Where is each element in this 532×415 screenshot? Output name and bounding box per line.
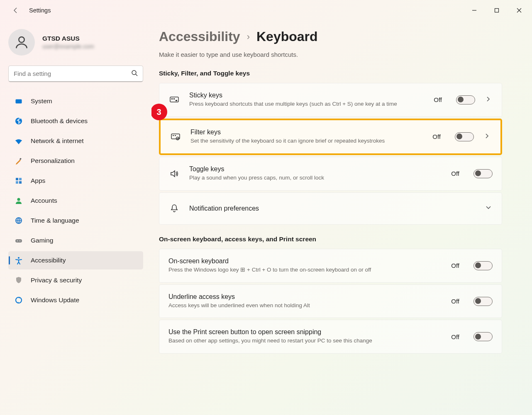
setting-card-notification-preferences[interactable]: Notification preferences [159, 192, 502, 225]
chevron-right-icon[interactable] [483, 133, 491, 141]
section-title: Sticky, Filter, and Toggle keys [159, 70, 502, 77]
sidebar-item-label: Accessibility [31, 257, 66, 264]
sidebar-item-label: Network & internet [31, 137, 84, 145]
main-content: Accessibility › Keyboard Make it easier … [151, 21, 532, 415]
setting-card-on-screen-keyboard[interactable]: On-screen keyboardPress the Windows logo… [159, 249, 502, 283]
sidebar-item-privacy-security[interactable]: Privacy & security [8, 271, 143, 289]
sidebar-item-windows-update[interactable]: Windows Update [8, 291, 143, 309]
setting-card-sticky-keys[interactable]: Sticky keysPress keyboard shortcuts that… [159, 83, 502, 117]
svg-point-17 [17, 240, 18, 241]
titlebar: Settings [0, 0, 532, 21]
profile-email: user@example.com [42, 43, 94, 50]
sidebar-item-label: Windows Update [31, 296, 79, 304]
setting-card-toggle-keys[interactable]: Toggle keysPlay a sound when you press c… [159, 157, 502, 191]
toggle-state-label: Off [451, 333, 459, 340]
svg-point-3 [132, 70, 136, 75]
toggle-switch[interactable] [473, 261, 493, 270]
sidebar-item-label: Privacy & security [31, 277, 82, 284]
sidebar-item-gaming[interactable]: Gaming [8, 231, 143, 250]
sound-icon [168, 169, 180, 179]
toggle-switch[interactable] [456, 95, 475, 104]
page-subtitle: Make it easier to type and use keyboard … [159, 51, 502, 58]
toggle-switch[interactable] [473, 297, 493, 306]
svg-rect-27 [175, 135, 176, 136]
sidebar-item-system[interactable]: System [8, 92, 143, 110]
person-icon [14, 196, 23, 205]
globe-icon [14, 216, 23, 225]
card-title: Sticky keys [189, 92, 425, 99]
sticky-icon [168, 95, 180, 105]
svg-point-20 [16, 297, 22, 303]
toggle-switch[interactable] [473, 332, 493, 341]
maximize-button[interactable] [486, 2, 508, 19]
chevron-right-icon[interactable] [484, 96, 493, 104]
svg-point-13 [17, 198, 20, 201]
toggle-state-label: Off [451, 262, 459, 269]
sidebar-item-apps[interactable]: Apps [8, 172, 143, 190]
chevron-down-icon[interactable] [484, 205, 493, 212]
card-description: Play a sound when you press caps, num, o… [189, 174, 442, 182]
sidebar-item-label: Time & language [31, 217, 79, 224]
callout-badge: 3 [151, 104, 167, 120]
window-title: Settings [29, 7, 51, 14]
breadcrumb-parent[interactable]: Accessibility [159, 29, 240, 44]
card-description: Set the sensitivity of the keyboard so i… [190, 137, 423, 145]
sidebar: GTSD ASUS user@example.com SystemBluetoo… [0, 21, 151, 415]
sidebar-item-network-internet[interactable]: Network & internet [8, 132, 143, 150]
profile-block[interactable]: GTSD ASUS user@example.com [8, 29, 143, 56]
search-icon [131, 70, 138, 78]
close-button[interactable] [508, 2, 530, 19]
shield-icon [14, 276, 23, 285]
svg-rect-16 [15, 239, 22, 243]
profile-name: GTSD ASUS [42, 35, 94, 42]
toggle-state-label: Off [434, 96, 442, 103]
sidebar-item-time-language[interactable]: Time & language [8, 211, 143, 230]
setting-card-underline-access-keys[interactable]: Underline access keysAccess keys will be… [159, 284, 502, 318]
breadcrumb-current: Keyboard [256, 29, 318, 44]
sidebar-item-accessibility[interactable]: Accessibility [8, 251, 143, 269]
accessibility-icon [14, 256, 23, 265]
card-group: On-screen keyboardPress the Windows logo… [159, 249, 502, 354]
setting-card-filter-keys[interactable]: Filter keysSet the sensitivity of the ke… [159, 119, 502, 155]
sidebar-item-label: Accounts [31, 197, 57, 204]
sidebar-item-label: Bluetooth & devices [31, 117, 88, 125]
wifi-icon [14, 136, 23, 146]
svg-rect-10 [19, 178, 22, 180]
sidebar-item-label: Apps [31, 177, 45, 184]
toggle-state-label: Off [451, 298, 459, 305]
minimize-button[interactable] [463, 2, 486, 19]
card-title: On-screen keyboard [168, 257, 442, 265]
filter-icon [170, 132, 181, 142]
sidebar-item-label: System [31, 97, 52, 105]
sidebar-item-accounts[interactable]: Accounts [8, 192, 143, 210]
sidebar-item-bluetooth-devices[interactable]: Bluetooth & devices [8, 112, 143, 130]
nav-list: SystemBluetooth & devicesNetwork & inter… [8, 92, 143, 309]
apps-icon [14, 176, 23, 185]
setting-card-use-the-print-screen-button-to-open-screen-snipping[interactable]: Use the Print screen button to open scre… [159, 320, 502, 354]
card-description: Press the Windows logo key ⊞ + Ctrl + O … [168, 266, 442, 274]
svg-point-15 [16, 218, 22, 223]
search-input[interactable] [14, 70, 131, 77]
card-group: 3Sticky keysPress keyboard shortcuts tha… [159, 83, 502, 225]
card-title: Use the Print screen button to open scre… [168, 328, 442, 336]
card-description: Access keys will be underlined even when… [168, 302, 442, 310]
card-description: Based on other app settings, you might n… [168, 337, 442, 345]
back-button[interactable] [8, 3, 23, 18]
svg-rect-24 [176, 100, 177, 101]
toggle-switch[interactable] [473, 169, 493, 178]
sidebar-item-personalization[interactable]: Personalization [8, 152, 143, 170]
svg-point-19 [18, 257, 20, 259]
svg-rect-9 [16, 178, 18, 180]
toggle-state-label: Off [451, 170, 459, 177]
sidebar-item-label: Gaming [31, 237, 53, 244]
brush-icon [14, 156, 23, 165]
toggle-state-label: Off [432, 133, 441, 140]
card-title: Toggle keys [189, 165, 442, 173]
bell-icon [168, 204, 180, 214]
svg-rect-8 [20, 158, 22, 160]
search-box[interactable] [8, 66, 143, 82]
bluetooth-icon [14, 116, 23, 126]
update-icon [14, 296, 23, 305]
toggle-switch[interactable] [455, 132, 474, 141]
window-controls [463, 2, 530, 19]
